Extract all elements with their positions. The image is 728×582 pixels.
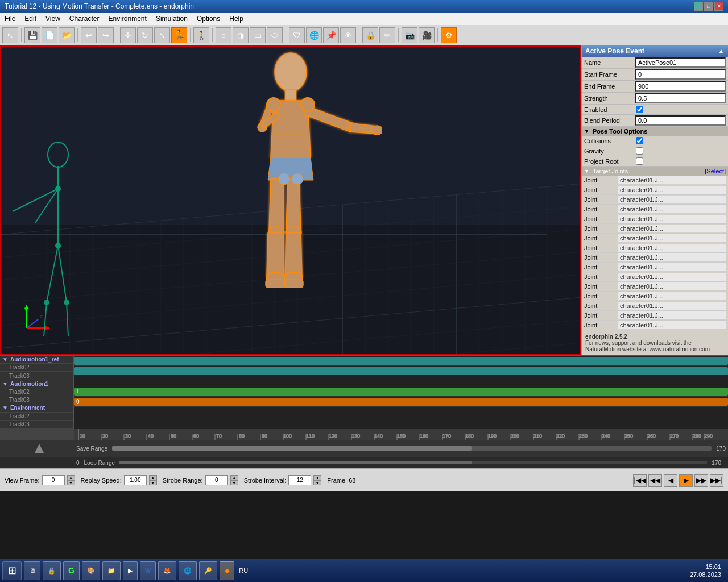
tool-sphere[interactable]: ○ (216, 27, 231, 43)
tool-open[interactable]: 📂 (59, 27, 75, 43)
tool-pen[interactable]: ✏ (379, 27, 395, 43)
enabled-checkbox[interactable] (636, 106, 643, 113)
menu-options[interactable]: Options (192, 13, 225, 25)
menu-view[interactable]: View (41, 13, 65, 25)
end-frame-input[interactable] (635, 81, 726, 92)
gravity-checkbox[interactable] (636, 147, 643, 155)
start-button[interactable]: ⊞ (2, 561, 22, 580)
prev-key-button[interactable]: ◀◀ (648, 474, 662, 487)
viewport[interactable]: Perspective View Editing Active Pose... (0, 45, 581, 355)
tool-scale[interactable]: ⤡ (154, 27, 170, 43)
start-frame-input[interactable] (635, 69, 726, 80)
play-button[interactable]: ▶ (679, 474, 693, 487)
blend-period-input[interactable] (635, 115, 726, 126)
tool-move[interactable]: ✛ (120, 27, 136, 43)
language-indicator: RU (239, 567, 248, 574)
tool-settings[interactable]: ⚙ (441, 27, 457, 43)
spin-up3[interactable]: ▲ (230, 475, 238, 480)
taskbar-app-key[interactable]: 🔑 (199, 561, 217, 580)
spin-up2[interactable]: ▲ (149, 475, 157, 480)
taskbar-app-player[interactable]: ▶ (123, 561, 138, 580)
menu-simulation[interactable]: Simulation (151, 13, 192, 25)
strobe-range-input[interactable] (205, 475, 228, 485)
taskbar-app-chrome[interactable]: 🌐 (179, 561, 197, 580)
clock-time: 15:01 (690, 563, 721, 571)
tool-lock[interactable]: 🔒 (362, 27, 378, 43)
project-root-checkbox[interactable] (636, 157, 643, 165)
menu-character[interactable]: Character (65, 13, 104, 25)
svg-point-39 (56, 243, 60, 248)
timeline-ruler[interactable]: 10 20 30 40 50 60 70 80 90 100 (0, 429, 728, 440)
menu-environment[interactable]: Environment (104, 13, 151, 25)
window-controls[interactable]: _ □ ✕ (694, 2, 723, 11)
tool-box[interactable]: ▭ (250, 27, 266, 43)
save-range-bar[interactable] (112, 446, 712, 451)
pose-tool-options-header: ▼ Pose Tool Options (582, 127, 728, 136)
prop-strength: Strength (582, 93, 728, 105)
collisions-checkbox[interactable] (636, 137, 643, 144)
goto-start-button[interactable]: |◀◀ (633, 474, 647, 487)
spin-up[interactable]: ▲ (67, 475, 75, 480)
taskbar-app-paint[interactable]: 🎨 (82, 561, 100, 580)
replay-speed-spinner[interactable]: ▲ ▼ (149, 475, 157, 485)
strobe-interval-spinner[interactable]: ▲ ▼ (313, 475, 321, 485)
track-label-track02-3: Track02 (0, 413, 73, 421)
step-forward-button[interactable]: ▶▶ (694, 474, 708, 487)
maximize-button[interactable]: □ (704, 2, 713, 11)
tool-cam2[interactable]: 🎥 (419, 27, 435, 43)
panel-scroll-area[interactable]: Name Start Frame End Frame Strength Enab… (582, 57, 728, 331)
loop-range-bar[interactable] (119, 461, 707, 464)
tool-eye[interactable]: 👁 (340, 27, 356, 43)
tool-save[interactable]: 💾 (24, 27, 40, 43)
view-frame-spinner[interactable]: ▲ ▼ (67, 475, 75, 485)
range-controls: Save Range 170 (0, 440, 728, 457)
tool-new[interactable]: 📄 (42, 27, 57, 43)
taskbar-app-lock[interactable]: 🔒 (43, 561, 61, 580)
taskbar-app-desktop[interactable]: 🖥 (24, 561, 40, 580)
taskbar-app-g[interactable]: G (63, 561, 80, 580)
taskbar-app-folder[interactable]: 📁 (102, 561, 121, 580)
minimize-button[interactable]: _ (694, 2, 703, 11)
spin-down4[interactable]: ▼ (313, 480, 321, 485)
tool-capsule[interactable]: ◑ (233, 27, 249, 43)
tool-redo[interactable]: ↪ (98, 27, 114, 43)
spin-down3[interactable]: ▼ (230, 480, 238, 485)
taskbar-app-firefox[interactable]: 🦊 (158, 561, 176, 580)
tool-figure[interactable]: 🚶 (193, 27, 209, 43)
goto-end-button[interactable]: ▶▶| (710, 474, 723, 487)
taskbar-app-endorphin[interactable]: ◆ (220, 561, 234, 580)
ghost-skeleton (1, 132, 115, 355)
strobe-range-spinner[interactable]: ▲ ▼ (230, 475, 238, 485)
track-group-environment: ▼Environment (0, 404, 73, 412)
close-button[interactable]: ✕ (714, 2, 723, 11)
replay-speed-input[interactable] (124, 475, 147, 485)
tool-undo[interactable]: ↩ (81, 27, 97, 43)
name-input[interactable] (635, 57, 726, 68)
track-bar: 0 (74, 398, 728, 406)
view-frame-input[interactable] (42, 475, 65, 485)
tool-oval[interactable]: ⬭ (267, 27, 283, 43)
svg-rect-16 (284, 280, 303, 288)
menu-file[interactable]: File (0, 13, 20, 25)
strength-input[interactable] (635, 93, 726, 103)
menubar: File Edit View Character Environment Sim… (0, 13, 728, 25)
tool-motion[interactable]: 🏃 (171, 27, 187, 43)
taskbar-app-word[interactable]: W (140, 561, 156, 580)
step-back-button[interactable]: ◀ (664, 474, 677, 487)
tool-shield[interactable]: 🛡 (289, 27, 305, 43)
tool-pin[interactable]: 📌 (323, 27, 339, 43)
spin-down[interactable]: ▼ (67, 480, 75, 485)
replay-speed-label: Replay Speed: (81, 477, 122, 484)
tool-select[interactable]: ↖ (2, 27, 18, 43)
svg-rect-19 (266, 280, 285, 288)
spin-down2[interactable]: ▼ (149, 480, 157, 485)
spin-up4[interactable]: ▲ (313, 475, 321, 480)
tool-globe[interactable]: 🌐 (306, 27, 322, 43)
strobe-interval-input[interactable] (288, 475, 311, 485)
key-icon: 🔑 (204, 567, 212, 575)
menu-edit[interactable]: Edit (20, 13, 41, 25)
menu-help[interactable]: Help (225, 13, 248, 25)
tool-cam1[interactable]: 📷 (402, 27, 417, 43)
select-joints-link[interactable]: [Select] (705, 168, 726, 174)
tool-rotate[interactable]: ↻ (137, 27, 153, 43)
